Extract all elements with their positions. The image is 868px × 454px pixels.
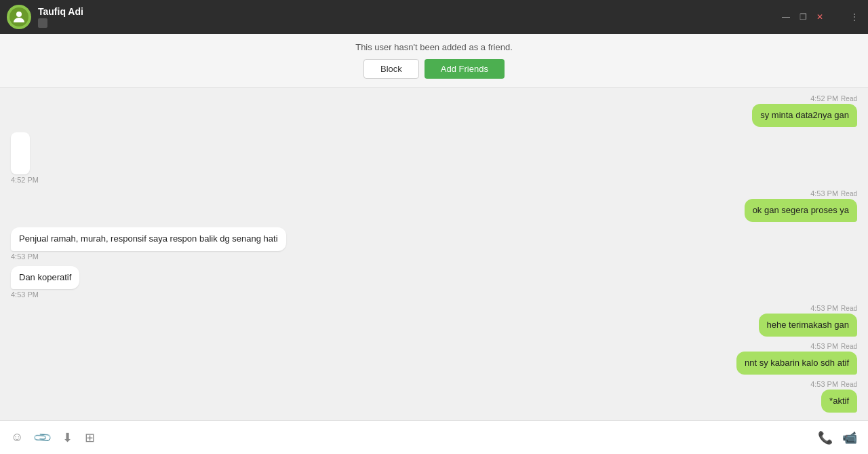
attach-icon[interactable]: 📎 (33, 427, 54, 448)
message-meta: Read 4:53 PM (810, 304, 857, 312)
message-time: 4:52 PM (11, 176, 39, 184)
download-icon[interactable]: ⬇ (62, 430, 73, 445)
more-options-icon[interactable]: ⋮ (848, 11, 861, 23)
message-time: 4:53 PM (810, 380, 838, 388)
read-label: Read (841, 381, 857, 388)
message-bubble: nnt sy kabarin kalo sdh atif (736, 352, 857, 375)
contact-name: Taufiq Adi (38, 6, 779, 17)
add-friends-button[interactable]: Add Friends (425, 59, 505, 79)
message-meta: Read 4:53 PM (810, 380, 857, 388)
message-row: Read 4:53 PM ok gan segera proses ya (11, 189, 857, 222)
read-label: Read (841, 343, 857, 350)
message-bubble: ok gan segera proses ya (745, 199, 857, 222)
notification-actions: Block Add Friends (363, 59, 505, 79)
message-row: Read 4:52 PM sy minta data2nya gan (11, 94, 857, 127)
video-icon[interactable]: 📹 (842, 430, 857, 445)
svg-point-0 (16, 12, 22, 17)
message-time: 4:53 PM (11, 290, 39, 299)
read-label: Read (841, 305, 857, 312)
avatar (7, 5, 31, 29)
message-row: Dan koperatif 4:53 PM (11, 266, 857, 299)
message-bubble: hehe terimakash gan (759, 314, 857, 337)
crop-icon[interactable]: ⊞ (85, 430, 95, 445)
redacted-message (11, 132, 30, 174)
message-row: Read 4:53 PM hehe terimakash gan (11, 304, 857, 337)
message-row: Read 4:53 PM nnt sy kabarin kalo sdh ati… (11, 342, 857, 375)
close-button[interactable]: ✕ (814, 11, 826, 23)
call-icon[interactable]: 📞 (818, 430, 833, 445)
message-time: 4:53 PM (810, 189, 838, 197)
status-icon (38, 18, 47, 28)
message-meta: Read 4:52 PM (810, 94, 857, 102)
message-bubble: *aktif (821, 390, 857, 413)
message-row: Read 4:53 PM *aktif (11, 380, 857, 413)
title-bar: Taufiq Adi — ❐ ✕ ⋮ (0, 0, 868, 34)
emoji-icon[interactable]: ☺ (11, 430, 23, 444)
read-label: Read (841, 95, 857, 102)
window-controls: — ❐ ✕ ⋮ (779, 11, 861, 23)
notification-text: This user hasn't been added as a friend. (355, 42, 513, 52)
read-label: Read (841, 190, 857, 197)
message-row: Penjual ramah, murah, responsif saya res… (11, 227, 857, 260)
message-time: 4:53 PM (11, 252, 39, 261)
message-time: 4:53 PM (810, 304, 838, 312)
restore-button[interactable]: ❐ (797, 11, 810, 23)
toolbar-left: ☺ 📎 ⬇ ⊞ (11, 430, 95, 445)
notification-bar: This user hasn't been added as a friend.… (0, 34, 868, 88)
message-time: 4:53 PM (810, 342, 838, 350)
message-meta: Read 4:53 PM (810, 189, 857, 197)
toolbar-right: 📞 📹 (818, 430, 857, 445)
chat-toolbar: ☺ 📎 ⬇ ⊞ 📞 📹 (0, 420, 868, 454)
message-time: 4:52 PM (810, 94, 838, 102)
message-row: 4:52 PM (11, 132, 857, 184)
chat-area: Read 4:52 PM sy minta data2nya gan 4:52 … (0, 88, 868, 420)
block-button[interactable]: Block (363, 59, 419, 79)
minimize-button[interactable]: — (779, 11, 793, 23)
message-bubble: Penjual ramah, murah, responsif saya res… (11, 227, 286, 250)
message-bubble: sy minta data2nya gan (752, 104, 857, 127)
message-meta: Read 4:53 PM (810, 342, 857, 350)
message-bubble: Dan koperatif (11, 266, 79, 289)
